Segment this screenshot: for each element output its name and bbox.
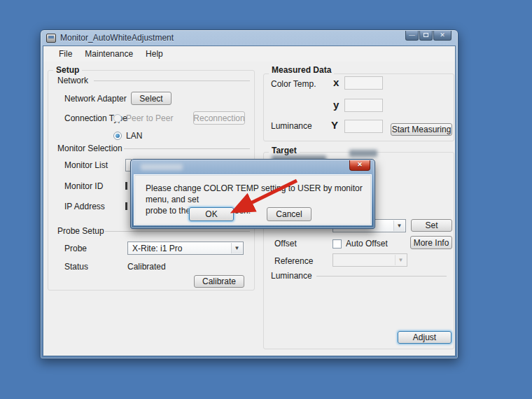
y-value-field[interactable] xyxy=(344,99,383,112)
color-temp-dialog: ✕ Please change COLOR TEMP setting to US… xyxy=(130,159,375,229)
start-measuring-button[interactable]: Start Measuring xyxy=(391,123,452,136)
probe-setup-divider xyxy=(105,231,250,232)
probe-label: Probe xyxy=(64,244,87,253)
probe-setup-subheader: Probe Setup xyxy=(57,226,104,236)
status-value: Calibrated xyxy=(127,262,166,272)
network-divider xyxy=(94,80,250,81)
calibrate-button[interactable]: Calibrate xyxy=(194,275,244,288)
lan-label: LAN xyxy=(126,131,142,141)
reference-combobox: ▼ xyxy=(332,253,407,267)
set-button[interactable]: Set xyxy=(411,219,452,232)
chevron-down-icon: ▼ xyxy=(393,220,405,231)
network-subheader: Network xyxy=(57,76,88,85)
color-temp-label: Color Temp. xyxy=(271,79,316,89)
Y-value-field[interactable] xyxy=(344,120,383,133)
dialog-message-line2: probe to the monitor screen. xyxy=(146,205,370,216)
probe-combobox-value: X-Rite: i1 Pro xyxy=(132,244,182,253)
monitor-id-label: Monitor ID xyxy=(64,181,103,191)
lan-radio[interactable] xyxy=(113,132,122,140)
menu-help[interactable]: Help xyxy=(139,47,169,61)
dialog-body: Please change COLOR TEMP setting to USER… xyxy=(134,174,372,225)
reconnection-button: Reconnection xyxy=(193,111,245,125)
dialog-message-line1: Please change COLOR TEMP setting to USER… xyxy=(146,183,370,205)
maximize-icon xyxy=(424,33,428,37)
cancel-button[interactable]: Cancel xyxy=(267,207,312,221)
monitor-selection-subheader: Monitor Selection xyxy=(57,144,122,153)
window-title: Monitor_AutoWhiteAdjustment xyxy=(60,33,174,43)
peer-to-peer-label: Peer to Peer xyxy=(126,113,173,123)
menu-maintenance[interactable]: Maintenance xyxy=(78,47,139,61)
y-label: y xyxy=(333,99,339,111)
select-button[interactable]: Select xyxy=(131,92,172,105)
caption-buttons: — ✕ xyxy=(405,31,451,41)
obscured-dialog-title xyxy=(141,164,183,170)
obscured-model-value-text xyxy=(349,150,377,157)
close-icon: ✕ xyxy=(440,31,445,38)
network-adapter-label: Network Adapter xyxy=(64,94,127,104)
ip-address-label: IP Address xyxy=(64,202,105,211)
auto-offset-checkbox[interactable] xyxy=(332,239,342,248)
minimize-icon: — xyxy=(409,31,415,38)
monitor-list-label: Monitor List xyxy=(64,160,108,170)
probe-combobox[interactable]: X-Rite: i1 Pro ▼ xyxy=(127,241,244,255)
reference-label: Reference xyxy=(274,256,313,266)
title-bar[interactable]: Monitor_AutoWhiteAdjustment xyxy=(41,30,458,46)
dialog-close-button[interactable]: ✕ xyxy=(349,160,370,171)
auto-offset-label: Auto Offset xyxy=(346,239,388,248)
target-luminance-divider xyxy=(316,276,447,276)
Y-label: Y xyxy=(331,119,338,131)
measured-data-header: Measured Data xyxy=(269,65,334,75)
maximize-button[interactable] xyxy=(419,31,433,41)
menu-file[interactable]: File xyxy=(52,47,78,61)
minimize-button[interactable]: — xyxy=(405,31,419,41)
x-label: x xyxy=(333,76,339,88)
offset-label: Offset xyxy=(274,239,297,248)
close-icon: ✕ xyxy=(357,161,363,168)
monitor-id-value-fragment xyxy=(125,182,127,190)
chevron-down-icon: ▼ xyxy=(395,255,406,265)
target-header: Target xyxy=(269,146,300,155)
ok-button[interactable]: OK xyxy=(189,207,234,221)
app-icon xyxy=(46,34,56,43)
dialog-message: Please change COLOR TEMP setting to USER… xyxy=(146,183,370,216)
luminance-label: Luminance xyxy=(271,121,312,131)
x-value-field[interactable] xyxy=(344,76,383,90)
close-button[interactable]: ✕ xyxy=(433,31,451,41)
peer-to-peer-radio xyxy=(113,114,122,122)
chevron-down-icon: ▼ xyxy=(231,243,242,253)
status-label: Status xyxy=(64,262,88,272)
more-info-button[interactable]: More Info xyxy=(410,236,452,249)
menu-bar: File Maintenance Help xyxy=(43,46,455,62)
target-luminance-subheader: Luminance xyxy=(271,271,312,281)
adjust-button[interactable]: Adjust xyxy=(398,331,451,344)
monitor-selection-divider xyxy=(124,148,250,149)
setup-header: Setup xyxy=(53,65,82,75)
ip-address-value-fragment xyxy=(125,202,127,210)
